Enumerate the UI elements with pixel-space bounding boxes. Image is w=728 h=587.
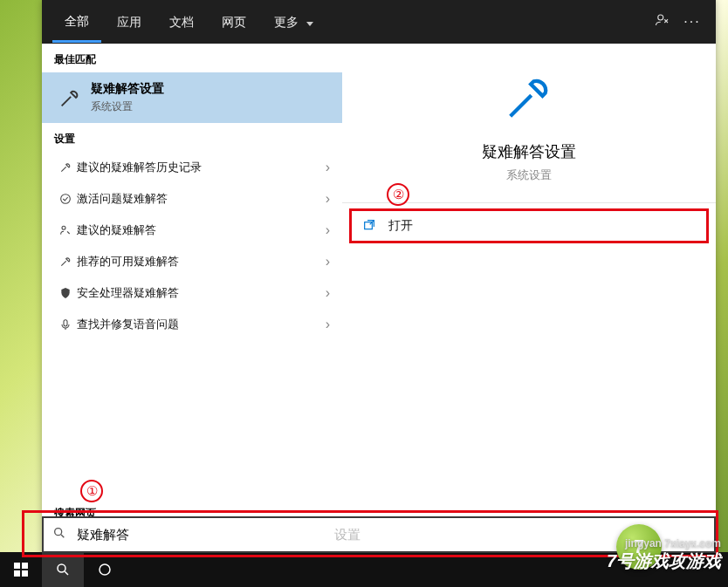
annotation-step-1: ① bbox=[80, 480, 103, 502]
settings-item-history[interactable]: 建议的疑难解答历史记录 › bbox=[42, 152, 342, 183]
svg-point-11 bbox=[58, 564, 65, 572]
search-input[interactable] bbox=[77, 528, 339, 543]
tab-more-label: 更多 bbox=[274, 15, 299, 29]
svg-point-2 bbox=[62, 226, 65, 229]
start-button[interactable] bbox=[0, 552, 42, 587]
svg-point-1 bbox=[61, 195, 71, 204]
search-icon bbox=[52, 526, 66, 543]
settings-item-suggested[interactable]: 建议的疑难解答 › bbox=[42, 215, 342, 246]
preview-title: 疑难解答设置 bbox=[482, 141, 576, 162]
wrench-icon bbox=[54, 255, 77, 269]
best-match-title: 疑难解答设置 bbox=[91, 81, 164, 97]
best-match-item[interactable]: 疑难解答设置 系统设置 bbox=[42, 72, 342, 123]
microphone-icon bbox=[54, 317, 77, 331]
best-match-subtitle: 系统设置 bbox=[91, 99, 164, 114]
preview-pane: 疑难解答设置 系统设置 打开 bbox=[342, 44, 716, 557]
tab-web[interactable]: 网页 bbox=[209, 3, 258, 41]
settings-item-security[interactable]: 安全处理器疑难解答 › bbox=[42, 277, 342, 309]
watermark-text: jingyan 7xiayx.com 7号游戏攻游戏 bbox=[607, 537, 721, 573]
check-circle-icon bbox=[54, 192, 77, 206]
tab-apps[interactable]: 应用 bbox=[105, 3, 154, 41]
wrench-icon bbox=[54, 82, 86, 113]
settings-item-recommended[interactable]: 推荐的可用疑难解答 › bbox=[42, 246, 342, 277]
svg-rect-9 bbox=[14, 570, 20, 577]
taskbar-search-button[interactable] bbox=[42, 552, 84, 587]
settings-item-label: 建议的疑难解答历史记录 bbox=[77, 160, 202, 175]
chevron-right-icon: › bbox=[326, 160, 330, 175]
annotation-step-2: ② bbox=[387, 183, 409, 206]
svg-point-0 bbox=[658, 15, 663, 20]
search-panel: 全部 应用 文档 网页 更多 ··· 最佳匹配 疑难解答设置 系统设置 bbox=[42, 0, 716, 557]
settings-list: 建议的疑难解答历史记录 › 激活问题疑难解答 › 建议的疑难解答 › 推荐的可用… bbox=[42, 152, 342, 497]
chevron-right-icon: › bbox=[326, 254, 330, 270]
feedback-icon[interactable] bbox=[649, 12, 676, 31]
settings-item-label: 查找并修复语音问题 bbox=[77, 317, 179, 332]
chevron-right-icon: › bbox=[326, 285, 330, 301]
preview-card: 疑难解答设置 系统设置 bbox=[342, 56, 716, 202]
tab-more[interactable]: 更多 bbox=[262, 3, 326, 41]
settings-item-activation[interactable]: 激活问题疑难解答 › bbox=[42, 183, 342, 215]
content-area: 最佳匹配 疑难解答设置 系统设置 设置 建议的疑难解答历史记录 › bbox=[42, 44, 716, 557]
open-button-label: 打开 bbox=[388, 218, 413, 234]
shield-icon bbox=[54, 286, 77, 300]
preview-subtitle: 系统设置 bbox=[506, 167, 552, 183]
top-tabs-bar: 全部 应用 文档 网页 更多 ··· bbox=[42, 0, 716, 44]
svg-rect-3 bbox=[64, 320, 67, 326]
cortana-button[interactable] bbox=[84, 552, 126, 587]
svg-point-6 bbox=[55, 529, 62, 536]
chevron-right-icon: › bbox=[326, 191, 330, 207]
svg-rect-8 bbox=[22, 563, 28, 569]
open-button[interactable]: 打开 bbox=[349, 208, 709, 243]
section-best-match: 最佳匹配 bbox=[42, 44, 342, 72]
settings-item-voice[interactable]: 查找并修复语音问题 › bbox=[42, 309, 342, 340]
svg-rect-7 bbox=[14, 563, 20, 569]
chevron-down-icon bbox=[306, 15, 313, 29]
wrench-icon bbox=[54, 160, 77, 174]
person-wrench-icon bbox=[54, 223, 77, 237]
settings-item-label: 激活问题疑难解答 bbox=[77, 191, 168, 207]
wrench-icon bbox=[501, 70, 557, 129]
chevron-right-icon: › bbox=[326, 222, 330, 238]
svg-point-12 bbox=[100, 564, 110, 575]
watermark-label: 7号游戏攻游戏 bbox=[607, 549, 721, 573]
chevron-right-icon: › bbox=[326, 317, 330, 332]
watermark-url: jingyan 7xiayx.com bbox=[625, 537, 721, 549]
tab-all[interactable]: 全部 bbox=[52, 2, 101, 43]
more-options-icon[interactable]: ··· bbox=[679, 14, 705, 30]
settings-item-label: 建议的疑难解答 bbox=[77, 222, 156, 238]
svg-rect-10 bbox=[22, 570, 28, 577]
search-autocomplete-hint: 设置 bbox=[334, 527, 361, 543]
tab-docs[interactable]: 文档 bbox=[157, 3, 206, 41]
settings-item-label: 安全处理器疑难解答 bbox=[77, 285, 179, 301]
section-settings: 设置 bbox=[42, 123, 342, 152]
open-icon bbox=[362, 218, 376, 235]
settings-item-label: 推荐的可用疑难解答 bbox=[77, 254, 179, 270]
